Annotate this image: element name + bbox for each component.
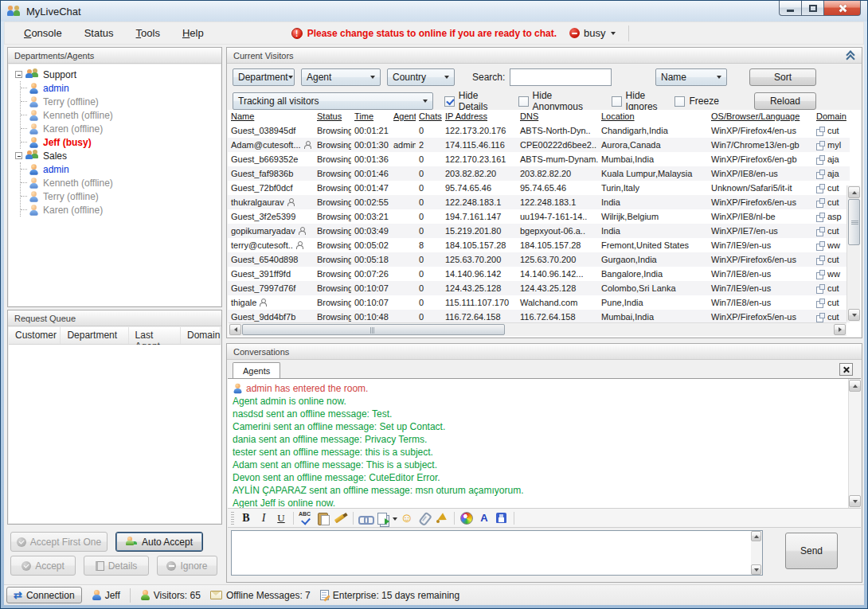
- tree-agent[interactable]: Karen (offline): [21, 122, 221, 135]
- tree-agent[interactable]: Karen (offline): [21, 203, 221, 217]
- scroll-down-button[interactable]: [751, 564, 761, 575]
- visitors-vertical-scrollbar[interactable]: [846, 185, 860, 322]
- visitor-row[interactable]: Guest_038945dfBrowsing00:01:210122.173.2…: [228, 123, 850, 138]
- visitor-row[interactable]: Guest_6540d898Browsing00:05:180125.63.70…: [228, 252, 850, 267]
- close-conversation-button[interactable]: [839, 363, 853, 376]
- visitors-horizontal-scrollbar[interactable]: [229, 322, 846, 336]
- color-picker-icon[interactable]: [458, 510, 475, 526]
- send-button[interactable]: Send: [785, 533, 838, 569]
- scroll-down-button[interactable]: [848, 309, 860, 321]
- tree-agent[interactable]: Terry (offline): [21, 189, 221, 203]
- scroll-up-button[interactable]: [751, 531, 761, 541]
- department-filter-dropdown[interactable]: Department: [233, 68, 295, 86]
- scrollbar-thumb[interactable]: [242, 324, 505, 335]
- scrollbar-thumb[interactable]: [848, 199, 860, 245]
- column-header-name[interactable]: Name: [228, 110, 314, 123]
- column-header-chats[interactable]: Chats: [416, 110, 442, 123]
- accept-first-one-button[interactable]: Accept First One: [10, 532, 108, 552]
- hide-details-checkbox[interactable]: [444, 96, 455, 107]
- bold-icon[interactable]: [237, 510, 255, 526]
- format-brush-icon[interactable]: [332, 510, 350, 526]
- scroll-down-button[interactable]: [849, 495, 861, 507]
- underline-icon[interactable]: [272, 510, 290, 526]
- visitor-row[interactable]: terry@cutesoft..Browsing00:05:028184.105…: [228, 238, 850, 252]
- menu-console[interactable]: Console: [13, 24, 73, 42]
- column-header-location[interactable]: Location: [598, 110, 708, 123]
- column-header-os-browser-language[interactable]: OS/Browser/Language: [708, 110, 813, 123]
- visitor-row[interactable]: Adam@cutesoft...Browsing00:01:30admin217…: [228, 138, 850, 152]
- reload-button[interactable]: Reload: [754, 92, 816, 110]
- visitor-row[interactable]: Guest_faf9836bBrowsing00:01:460203.82.82…: [228, 166, 850, 181]
- column-header-last-agent[interactable]: Last Agent: [129, 327, 181, 344]
- column-header-domain[interactable]: Domain: [813, 110, 850, 123]
- maximize-button[interactable]: [802, 1, 824, 16]
- visitor-row[interactable]: Guest_7997d76fBrowsing00:10:070124.43.25…: [228, 281, 850, 295]
- sound-alert-icon[interactable]: [433, 510, 451, 526]
- spellcheck-icon[interactable]: [297, 510, 315, 526]
- emoticon-icon[interactable]: [398, 510, 416, 526]
- offline-messages[interactable]: Offline Messages: 7: [210, 590, 311, 601]
- visitor-row[interactable]: thukralgauravBrowsing00:02:550122.248.18…: [228, 195, 850, 209]
- column-header-domain[interactable]: Domain: [181, 327, 221, 344]
- chat-scrollbar[interactable]: [848, 379, 861, 508]
- minimize-button[interactable]: [779, 1, 802, 16]
- sort-field-dropdown[interactable]: Name: [655, 68, 727, 86]
- connection-button[interactable]: ⇄ Connection: [6, 587, 82, 603]
- canned-messages-icon[interactable]: [374, 510, 398, 526]
- column-header-dns[interactable]: DNS: [517, 110, 598, 123]
- visitor-row[interactable]: Guest_b669352eBrowsing00:01:360122.170.2…: [228, 152, 850, 166]
- country-filter-dropdown[interactable]: Country: [387, 68, 455, 86]
- close-button[interactable]: [824, 1, 861, 16]
- details-button[interactable]: Details: [84, 556, 149, 576]
- tree-agent[interactable]: Terry (offline): [21, 95, 221, 108]
- menu-help[interactable]: Help: [171, 24, 215, 42]
- hide-anonymous-checkbox[interactable]: [518, 96, 529, 107]
- menu-tools[interactable]: Tools: [125, 24, 171, 42]
- tree-agent[interactable]: admin: [21, 162, 221, 176]
- tree-agent[interactable]: admin: [21, 81, 221, 95]
- agent-filter-dropdown[interactable]: Agent: [301, 68, 381, 86]
- column-header-agent[interactable]: Agent: [390, 110, 416, 123]
- column-header-department[interactable]: Department: [61, 327, 128, 344]
- column-header-ip-address[interactable]: IP Address: [442, 110, 517, 123]
- scroll-up-button[interactable]: [849, 380, 861, 392]
- tree-agent[interactable]: Kenneth (offline): [21, 108, 221, 122]
- visitor-row[interactable]: Guest_9dd4bf7bBrowsing00:10:480116.72.64…: [228, 310, 850, 323]
- expand-toggle-icon[interactable]: [15, 152, 22, 159]
- font-color-icon[interactable]: [475, 510, 493, 526]
- request-queue-list[interactable]: [9, 345, 221, 523]
- tab-agents[interactable]: Agents: [233, 362, 280, 378]
- scroll-right-button[interactable]: [834, 324, 846, 335]
- auto-accept-button[interactable]: Auto Accept: [115, 532, 203, 552]
- message-input[interactable]: [231, 530, 763, 576]
- hide-ignores-checkbox[interactable]: [612, 96, 622, 107]
- visitor-row[interactable]: Guest_72bf0dcfBrowsing00:01:47095.74.65.…: [228, 181, 850, 195]
- tree-department[interactable]: Sales: [14, 149, 221, 162]
- tree-department[interactable]: Support: [14, 68, 221, 81]
- visitor-row[interactable]: Guest_3f2e5399Browsing00:03:210194.7.161…: [228, 209, 850, 224]
- save-icon[interactable]: [493, 510, 510, 526]
- hyperlink-icon[interactable]: [357, 510, 374, 526]
- scroll-left-button[interactable]: [229, 324, 241, 335]
- ignore-button[interactable]: Ignore: [157, 556, 217, 576]
- italic-icon[interactable]: [255, 510, 272, 526]
- collapse-panel-icon[interactable]: [846, 51, 855, 61]
- visitor-row[interactable]: thigaleBrowsing00:10:070115.111.107.170W…: [228, 295, 850, 310]
- tracking-mode-dropdown[interactable]: Tracking all visitors: [233, 92, 433, 110]
- paste-icon[interactable]: [315, 510, 332, 526]
- sort-button[interactable]: Sort: [749, 68, 816, 86]
- message-input-scrollbar[interactable]: [751, 531, 762, 575]
- column-header-time[interactable]: Time: [351, 110, 390, 123]
- search-input[interactable]: [510, 68, 612, 86]
- agent-status-selector[interactable]: busy: [565, 25, 620, 41]
- column-header-customer[interactable]: Customer: [9, 327, 61, 344]
- column-header-status[interactable]: Status: [314, 110, 351, 123]
- visitor-row[interactable]: gopikumaryadavBrowsing00:03:49015.219.20…: [228, 224, 850, 238]
- freeze-checkbox[interactable]: [674, 96, 685, 107]
- scroll-up-button[interactable]: [848, 186, 860, 198]
- expand-toggle-icon[interactable]: [15, 71, 22, 78]
- visitor-row[interactable]: Guest_391ff9fdBrowsing00:07:26014.140.96…: [228, 267, 850, 281]
- tree-agent[interactable]: Jeff (busy): [21, 135, 221, 149]
- tree-agent[interactable]: Kenneth (offline): [21, 176, 221, 189]
- attach-file-icon[interactable]: [416, 510, 433, 526]
